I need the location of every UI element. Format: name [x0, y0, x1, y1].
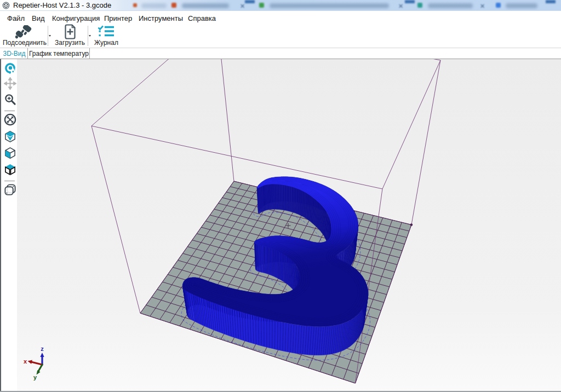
svg-text:x: x	[24, 358, 27, 365]
svg-text:y: y	[33, 374, 37, 381]
svg-text:z: z	[41, 345, 44, 352]
